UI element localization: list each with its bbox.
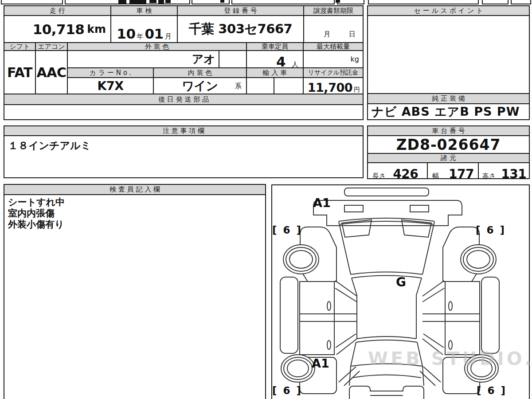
sales-point-box [367, 15, 530, 94]
mileage-header: 走 行 [4, 5, 111, 16]
inspector-note: 室内内張傷 [8, 208, 265, 219]
damage-mark-front-right: [ 6 ] [476, 224, 506, 236]
transfer-month-unit: 月 [324, 30, 330, 39]
transfer-docs-value-cell: 月 日 [303, 15, 364, 43]
car-damage-diagram: WEB STUDIO.PRO [271, 184, 530, 399]
interior-color-value: ワイン [182, 78, 218, 94]
capacity-value-cell: 4 人 [246, 50, 304, 68]
exterior-color-value: アオ [192, 51, 215, 67]
top-strip-box [231, 0, 335, 4]
cutoff-text-fragment [149, 0, 156, 3]
top-strip-box [65, 0, 190, 4]
sales-point-header: セ ー ル ス ポ イ ン ト [367, 5, 530, 16]
cutoff-text-fragment [129, 0, 146, 4]
color-no-header: カ ラ ー N o . [67, 67, 154, 78]
damage-mark-rear-left: [ 6 ] [272, 385, 302, 396]
damage-mark-front-left: [ 6 ] [272, 224, 302, 236]
recycle-deposit-header: リサイクル預託金 [303, 67, 364, 78]
registration-number-header: 登 録 番 号 [177, 5, 304, 16]
shift-header: シフト [4, 42, 36, 51]
inspection-month-unit: 月 [165, 32, 172, 41]
cutoff-text-fragment [158, 0, 164, 4]
notes-header: 注 意 事 項 欄 [4, 125, 364, 136]
auction-sheet: 走 行 車 検 登 録 番 号 譲渡書類期限 10,718 km 10 年 01… [0, 0, 532, 399]
spec-width-value: 177 [449, 167, 474, 181]
shift-value-cell: FAT [4, 50, 36, 94]
damage-mark-rear-wheel: A1 [312, 356, 329, 370]
inspection-value-cell: 10 年 01 月 [110, 15, 178, 43]
capacity-header: 乗車定員 [246, 42, 304, 51]
specs-header: 諸 元 [367, 153, 530, 163]
top-strip-box [1, 0, 63, 4]
import-value-cell-left [246, 77, 274, 94]
shift-value: FAT [7, 65, 32, 80]
import-value-cell-right [274, 77, 304, 94]
cutoff-text-fragment [336, 0, 340, 3]
car-outline-drawing [272, 185, 529, 399]
color-no-value-cell: K7X [67, 77, 154, 94]
transfer-day-unit: 日 [349, 30, 356, 39]
chassis-number-value: ZD8-026647 [367, 135, 530, 154]
registration-number-value: 千葉 303セ7667 [177, 15, 304, 43]
mileage-unit: km [87, 23, 106, 35]
interior-color-value-cell: ワイン 系 [153, 77, 247, 94]
genuine-equipment-value: ナビ ABS エアB PS PW [367, 103, 530, 120]
aircon-value-cell: AAC [35, 50, 68, 94]
aircon-value: AAC [37, 65, 66, 80]
max-load-value-cell: kg [303, 50, 364, 68]
inspection-month: 01 [145, 26, 164, 42]
exterior-color-sub-cell [219, 50, 247, 68]
inspection-year-unit: 年 [137, 32, 144, 41]
top-strip-box [511, 0, 531, 4]
mileage-value-cell: 10,718 km [4, 15, 111, 43]
exterior-color-header: 外 装 色 [67, 42, 247, 51]
recycle-deposit-value-cell: 11,700 円 [303, 77, 364, 94]
max-load-unit: kg [351, 55, 359, 63]
max-load-header: 最大積載量 [303, 42, 364, 51]
top-strip-box [368, 0, 479, 4]
inspection-year: 10 [117, 26, 135, 42]
interior-color-suffix: 系 [235, 82, 242, 90]
mileage-value: 10,718 [33, 21, 85, 37]
damage-mark-hood: A1 [313, 196, 331, 210]
transfer-docs-header: 譲渡書類期限 [303, 5, 364, 16]
registration-number: 千葉 303セ7667 [189, 20, 293, 38]
spec-length-value: 426 [393, 167, 418, 181]
inspector-note: シートすれ中 [8, 197, 265, 208]
spec-height-value: 131 [501, 167, 526, 181]
notes-box: １８インチアルミ [4, 135, 364, 178]
inspector-box: シートすれ中 室内内張傷 外装小傷有り [4, 194, 266, 399]
cutoff-text-fragment [165, 0, 171, 3]
later-parts-value-cell [4, 104, 364, 120]
car-right-side [420, 227, 499, 394]
car-center-body [313, 188, 462, 399]
inspection-header: 車 検 [110, 5, 178, 16]
spec-width-cell: 幅 177 [427, 162, 479, 179]
damage-mark-center: G [396, 275, 406, 289]
inspector-header: 検 査 員 記 入 欄 [4, 184, 266, 195]
color-no-value: K7X [97, 79, 123, 93]
equipment-list: ナビ ABS エアB PS PW [372, 104, 520, 120]
exterior-color-value-cell: アオ [67, 50, 219, 68]
cutoff-text-fragment [220, 0, 224, 3]
spec-length-label: 長さ [372, 172, 386, 180]
top-strip-box [337, 0, 364, 4]
cutoff-text-fragment [118, 0, 126, 4]
spec-height-cell: 高さ 131 [478, 162, 530, 179]
later-parts-header: 後 日 発 送 部 品 [4, 94, 364, 105]
spec-length-cell: 長さ 426 [367, 162, 428, 179]
spec-height-label: 高さ [482, 172, 496, 180]
genuine-equipment-header: 純 正 装 備 [367, 93, 530, 104]
import-header: 輸 入 車 [246, 67, 304, 78]
spec-width-label: 幅 [432, 172, 439, 180]
chassis-number-header: 車 台 番 号 [367, 125, 530, 136]
recycle-deposit-value: 11,700 [308, 81, 352, 94]
damage-mark-rear-right: [ 6 ] [477, 385, 507, 396]
notes-text: １８インチアルミ [4, 136, 363, 153]
aircon-header: エアコン [35, 42, 68, 51]
recycle-deposit-unit: 円 [354, 86, 360, 94]
top-strip-box [482, 0, 509, 4]
inspector-note: 外装小傷有り [8, 219, 265, 230]
chassis-number: ZD8-026647 [396, 136, 501, 153]
interior-color-header: 内 装 色 [153, 67, 247, 78]
